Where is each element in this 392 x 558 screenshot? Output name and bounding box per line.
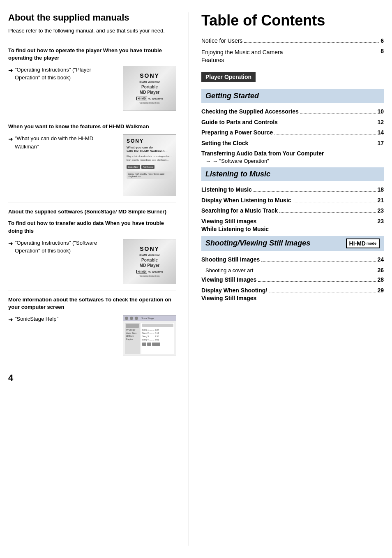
toc-page-notice: 6 bbox=[380, 37, 384, 45]
toc-label-shooting: Shooting Still Images bbox=[201, 256, 260, 264]
toc-label-parts: Guide to Parts and Controls bbox=[201, 118, 278, 127]
section1-ref-row: ➜ "Operating Instructions" ("Player Oper… bbox=[8, 66, 176, 111]
toc-dots-searching bbox=[279, 212, 376, 213]
subsection-getting-started: Getting Started bbox=[201, 89, 384, 103]
sony-logo-3: SONY bbox=[140, 245, 159, 252]
toc-dots-parts bbox=[279, 124, 376, 124]
toc-label-enjoying: Enjoying the Music and CameraFeatures bbox=[201, 49, 377, 65]
section4-arrow-ref: ➜ "Operating Instructions" ("Software Op… bbox=[8, 239, 117, 255]
intro-text: Please refer to the following manual, an… bbox=[8, 27, 176, 35]
himd-badge: Hi-MD mode bbox=[346, 238, 380, 248]
section1-ref-quote: "Operating Instructions" ("Player Operat… bbox=[15, 66, 117, 82]
book2-body: Play a list of audio data on a single di… bbox=[127, 155, 172, 162]
right-column: Table of Contents Notice for Users 6 Enj… bbox=[189, 12, 384, 546]
arrow-icon-2: ➜ bbox=[8, 135, 13, 144]
toc-dots-display bbox=[293, 202, 376, 202]
section2-arrow-ref: ➜ "What you can do with the Hi-MD Walkma… bbox=[8, 134, 117, 150]
toc-label-listening: Listening to Music bbox=[201, 186, 252, 194]
toc-page-viewing-still: 28 bbox=[377, 276, 384, 284]
toc-entry-power: Preparing a Power Source 14 bbox=[201, 129, 384, 137]
toc-dots-display-shooting bbox=[269, 292, 376, 292]
toc-label-cover-art: Shooting a cover art bbox=[205, 267, 253, 274]
section3-heading: About the supplied softwares (SonicStage… bbox=[8, 208, 176, 215]
book-image-1: SONY Hi-MD Walkman PortableMD Player Hi-… bbox=[123, 66, 176, 111]
toc-sub-transferring: → → "Software Operation" bbox=[201, 158, 384, 164]
himd-hi: Hi-MD bbox=[349, 240, 366, 247]
toc-entry-viewing-still: Viewing Still Images 28 bbox=[201, 276, 384, 284]
transferring-sub: → "Software Operation" bbox=[212, 158, 269, 164]
toc-dots-viewing-still bbox=[258, 281, 376, 282]
toc-entry-display: Display When Listening to Music 21 bbox=[201, 197, 384, 205]
toc-dots-notice bbox=[244, 42, 379, 43]
toc-dots-shooting bbox=[261, 261, 376, 262]
book1-logos: Hi-MD MD WALKMAN bbox=[136, 97, 163, 100]
section-box-player: Player Operation bbox=[201, 72, 256, 82]
book2-buttons: Listen Now Add Songs bbox=[127, 165, 154, 169]
arrow-icon-4: ➜ bbox=[8, 239, 13, 248]
toc-page-shooting: 24 bbox=[377, 256, 384, 264]
toc-entry-listening: Listening to Music 18 bbox=[201, 186, 384, 194]
toc-page-power: 14 bbox=[377, 129, 384, 137]
toc-page-enjoying: 8 bbox=[380, 47, 384, 56]
toc-label-transferring: Transferring Audio Data from Your Comput… bbox=[201, 150, 384, 158]
screen-dot-1 bbox=[125, 317, 128, 320]
section2-ref-quote: "What you can do with the Hi-MD Walkman" bbox=[15, 134, 117, 150]
book1-desc: Operating Instructions bbox=[140, 102, 160, 104]
section1-heading: To find out how to operate the player Wh… bbox=[8, 47, 176, 62]
toc-page-clock: 17 bbox=[377, 139, 384, 148]
toc-entry-clock: Setting the Clock 17 bbox=[201, 139, 384, 148]
toc-entry-enjoying: Enjoying the Music and CameraFeatures 8 bbox=[201, 47, 384, 65]
divider-4 bbox=[8, 290, 176, 290]
book3-desc: Operating Instructions bbox=[140, 275, 160, 277]
book3-title: PortableMD Player bbox=[140, 257, 159, 268]
toc-entry-parts: Guide to Parts and Controls 12 bbox=[201, 118, 384, 127]
toc-label-checking: Checking the Supplied Accessories bbox=[201, 108, 299, 116]
divider-3 bbox=[8, 202, 176, 202]
book-image-3: SONY Hi-MD Walkman PortableMD Player Hi-… bbox=[123, 239, 176, 284]
section5-ref-quote: "SonicStage Help" bbox=[15, 315, 58, 323]
section2-heading: When you want to know the features of Hi… bbox=[8, 123, 176, 130]
sony-logo-2: SONY bbox=[127, 138, 144, 144]
book-image-2: SONY What you can dowith the Hi-MD Walkm… bbox=[123, 134, 176, 196]
toc-title: Table of Contents bbox=[201, 12, 384, 29]
toc-entry-viewing-music: Viewing Still imagesWhile Listening to M… bbox=[201, 218, 384, 234]
divider-2 bbox=[8, 117, 176, 117]
page-number: 4 bbox=[8, 373, 176, 383]
toc-page-listening: 18 bbox=[377, 186, 384, 194]
toc-page-display: 21 bbox=[377, 197, 384, 205]
toc-page-searching: 23 bbox=[377, 207, 384, 215]
subsection-shooting: Shooting/Viewing Still Images bbox=[205, 239, 310, 248]
left-column: About the supplied manuals Please refer … bbox=[8, 12, 189, 546]
screen-dot-3 bbox=[135, 317, 138, 320]
toc-dots-cover-art bbox=[255, 272, 376, 272]
subsection-listening: Listening to Music bbox=[201, 167, 384, 181]
toc-page-checking: 10 bbox=[377, 108, 384, 116]
toc-dots-clock bbox=[250, 145, 376, 145]
subsection-shooting-header: Shooting/Viewing Still Images Hi-MD mode bbox=[201, 236, 384, 251]
toc-entry-display-shooting: Display When Shooting/Viewing Still Imag… bbox=[201, 287, 384, 303]
toc-label-clock: Setting the Clock bbox=[201, 139, 248, 148]
main-title: About the supplied manuals bbox=[8, 12, 176, 23]
screen-controls bbox=[142, 343, 173, 346]
toc-entry-checking: Checking the Supplied Accessories 10 bbox=[201, 108, 384, 116]
toc-dots-checking bbox=[300, 113, 376, 113]
arrow-icon-toc: → bbox=[205, 158, 211, 164]
toc-label-power: Preparing a Power Source bbox=[201, 129, 273, 137]
toc-entry-cover-art: Shooting a cover art 26 bbox=[201, 266, 384, 275]
book2-subtitle: What you can dowith the Hi-MD Walkman...… bbox=[127, 146, 168, 153]
toc-dots-listening bbox=[254, 191, 376, 192]
toc-page-viewing-music: 23 bbox=[377, 218, 384, 226]
toc-page-parts: 12 bbox=[377, 118, 384, 127]
toc-label-searching: Searching for a Music Track bbox=[201, 207, 278, 215]
toc-entry-notice: Notice for Users 6 bbox=[201, 37, 384, 45]
sony-logo-1: SONY bbox=[140, 72, 159, 79]
himd-mode: mode bbox=[367, 241, 376, 245]
toc-entry-transferring: Transferring Audio Data from Your Comput… bbox=[201, 150, 384, 164]
toc-page-cover-art: 26 bbox=[377, 266, 384, 275]
section2-ref-row: ➜ "What you can do with the Hi-MD Walkma… bbox=[8, 134, 176, 196]
toc-label-notice: Notice for Users bbox=[201, 37, 242, 45]
toc-label-display: Display When Listening to Music bbox=[201, 197, 291, 205]
book1-subtitle: Hi-MD Walkman bbox=[139, 81, 161, 83]
arrow-icon-5: ➜ bbox=[8, 315, 13, 324]
toc-dots-power bbox=[274, 134, 376, 134]
